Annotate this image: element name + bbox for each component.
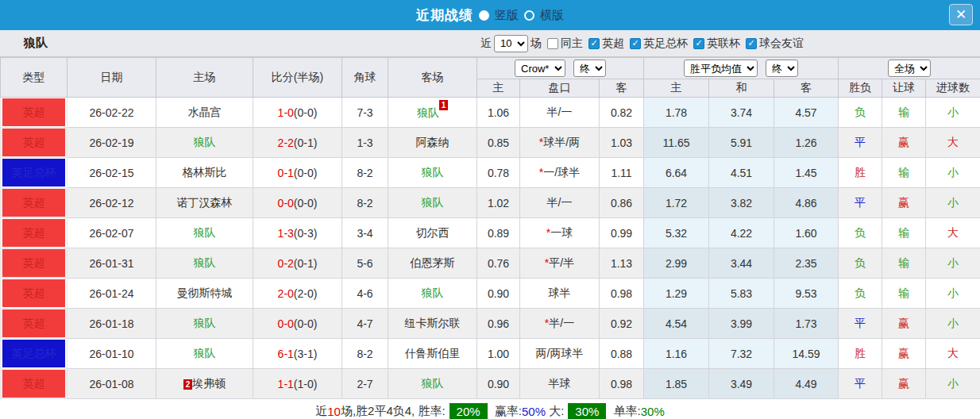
goals-result-cell: 大 — [926, 339, 980, 369]
radio-horizontal-view[interactable] — [524, 10, 534, 21]
avg-odds-select[interactable]: 胜平负均值 — [684, 60, 758, 77]
checkbox-friendly-label[interactable]: 球会友谊 — [759, 37, 804, 51]
corners-cell: 8-2 — [342, 158, 388, 188]
league-type-cell: 英足总杯 — [1, 339, 68, 369]
away-team-cell: 狼队 — [388, 279, 477, 309]
fulltime-score: 0-2 — [278, 257, 294, 270]
home-team-name: 狼队 — [194, 256, 216, 269]
handicap-result-cell: 赢 — [882, 309, 926, 339]
checkbox-fa-cup-label[interactable]: 英足总杯 — [643, 37, 688, 51]
away-team-cell: 纽卡斯尔联 — [388, 309, 477, 339]
date-cell: 26-01-24 — [68, 279, 156, 309]
summary-record: 场,胜2平4负4, 胜率: — [341, 404, 446, 419]
score-cell: 0-2(0-1) — [253, 248, 342, 279]
filter-controls: 近 10 场 ✓ 同主 ✓ 英超 ✓ 英足总杯 ✓ 英联杯 ✓ 球会友谊 — [480, 35, 804, 52]
home-team-cell: 曼彻斯特城 — [156, 279, 253, 309]
avg-time-select[interactable]: 终 — [766, 60, 798, 77]
home-team-name: 诺丁汉森林 — [177, 196, 233, 209]
checkbox-league-cup-label[interactable]: 英联杯 — [707, 37, 740, 51]
league-badge: 英超 — [2, 219, 65, 247]
close-button[interactable]: ✕ — [949, 4, 973, 25]
handicap-result-cell: 赢 — [882, 369, 926, 399]
period-select[interactable]: 全场 — [888, 60, 931, 77]
league-type-cell: 英超 — [1, 128, 68, 158]
league-badge: 英超 — [2, 370, 65, 398]
check-icon: ✓ — [590, 39, 597, 48]
away-odds-cell: 0.82 — [600, 98, 644, 128]
handicap-time-select[interactable]: 终 — [573, 60, 606, 77]
corners-cell: 3-4 — [342, 218, 388, 248]
handicap-win-rate-value: 50% — [522, 405, 546, 418]
avg-home-odds-cell: 6.64 — [644, 158, 709, 188]
fulltime-score: 6-1 — [278, 348, 294, 360]
away-team-name: 狼队 — [422, 286, 444, 299]
table-row: 英超 26-01-31 狼队 0-2(0-1) 5-6 伯恩茅斯 0.76 *平… — [1, 248, 980, 279]
checkbox-epl[interactable]: ✓ — [588, 38, 600, 49]
handicap-line: 半球 — [549, 377, 571, 390]
checkbox-league-cup[interactable]: ✓ — [693, 38, 704, 49]
league-type-cell: 英超 — [1, 188, 68, 218]
checkbox-same-home-label[interactable]: 同主 — [561, 37, 583, 51]
match-rows: 英超 26-02-22 水晶宫 1-0(0-0) 7-3 狼队1 1.06 半/… — [1, 98, 980, 399]
away-odds-cell: 0.98 — [600, 369, 644, 399]
corners-cell: 5-6 — [342, 248, 388, 279]
checkbox-friendly[interactable]: ✓ — [746, 38, 757, 49]
home-team-name: 水晶宫 — [188, 106, 222, 118]
home-team-cell: 狼队 — [156, 218, 253, 248]
home-team-name: 狼队 — [194, 226, 216, 239]
result-group-header: 全场 — [839, 58, 980, 79]
handicap-line: 一/球半 — [543, 166, 580, 179]
score-cell: 2-2(0-1) — [253, 128, 342, 158]
check-icon: ✓ — [695, 39, 702, 48]
home-team-cell: 狼队 — [156, 339, 253, 369]
handicap-cell: *一/球半 — [520, 158, 600, 188]
horizontal-view-label[interactable]: 横版 — [540, 8, 564, 23]
avg-home-odds-cell: 2.99 — [644, 248, 709, 279]
halftime-score: (0-0) — [294, 197, 318, 210]
date-cell: 26-01-08 — [68, 369, 156, 399]
avg-home-odds-cell: 4.54 — [644, 309, 709, 339]
recent-count-select[interactable]: 10 — [494, 35, 528, 52]
away-odds-cell: 1.03 — [600, 128, 644, 158]
home-odds-cell: 0.90 — [477, 369, 520, 399]
subheader-handicap-line: 盘口 — [520, 79, 600, 98]
league-type-cell: 英超 — [1, 279, 68, 309]
handicap-cell: 半球 — [520, 369, 600, 399]
away-team-cell: 狼队 — [388, 369, 477, 399]
radio-vertical-view[interactable] — [479, 10, 489, 21]
table-row: 英足总杯 26-02-15 格林斯比 0-1(0-0) 8-2 狼队 0.78 … — [1, 158, 980, 188]
handicap-result-cell: 赢 — [882, 339, 926, 369]
subheader-result: 胜负 — [839, 79, 882, 98]
recent-suffix-label: 场 — [531, 37, 542, 51]
halftime-score: (1-0) — [294, 378, 318, 390]
result-cell: 负 — [839, 248, 882, 279]
halftime-score: (0-0) — [294, 317, 318, 330]
table-row: 英足总杯 26-01-10 狼队 6-1(3-1) 8-2 什鲁斯伯里 1.00… — [1, 339, 980, 369]
vertical-view-label[interactable]: 竖版 — [495, 8, 519, 23]
bookmaker-select[interactable]: Crow* — [515, 60, 565, 77]
halftime-score: (0-1) — [294, 257, 318, 270]
avg-draw-odds-cell: 5.91 — [709, 128, 774, 158]
corners-cell: 4-6 — [342, 279, 388, 309]
home-team-cell: 诺丁汉森林 — [156, 188, 253, 218]
corners-cell: 1-3 — [342, 128, 388, 158]
goals-result-cell: 大 — [926, 218, 980, 248]
checkbox-epl-label[interactable]: 英超 — [602, 37, 624, 51]
away-team-cell: 什鲁斯伯里 — [388, 339, 477, 369]
avg-away-odds-cell: 2.35 — [774, 248, 839, 279]
checkbox-same-home[interactable]: ✓ — [547, 38, 558, 49]
date-cell: 26-01-10 — [68, 339, 156, 369]
handicap-result-cell: 输 — [882, 279, 926, 309]
avg-odds-group-header: 胜平负均值 终 — [644, 58, 839, 79]
handicap-line: 一球 — [550, 226, 573, 239]
goals-result-cell: 小 — [926, 279, 980, 309]
check-icon: ✓ — [747, 39, 754, 48]
home-team-name: 格林斯比 — [183, 166, 227, 179]
avg-draw-odds-cell: 4.51 — [709, 158, 774, 188]
home-team-cell: 水晶宫 — [156, 98, 253, 128]
checkbox-fa-cup[interactable]: ✓ — [630, 38, 641, 49]
corners-cell: 2-7 — [342, 369, 388, 399]
home-odds-cell: 0.90 — [477, 279, 520, 309]
handicap-result-cell: 输 — [882, 158, 926, 188]
fulltime-score: 1-3 — [278, 227, 294, 240]
